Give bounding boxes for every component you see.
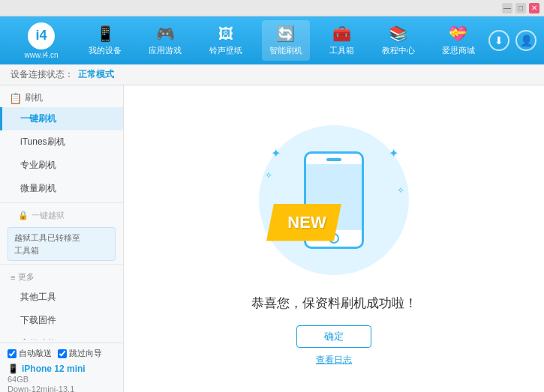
itunes-flash-label: iTunes刷机 xyxy=(20,136,65,147)
sidebar-item-pro-flash[interactable]: 专业刷机 xyxy=(0,154,123,177)
skip-guide-checkbox[interactable]: 跳过向导 xyxy=(58,348,102,359)
sidebar-item-one-click-flash[interactable]: 一键刷机 xyxy=(0,107,123,130)
tutorial-icon: 📚 xyxy=(389,25,407,43)
sidebar-item-advanced[interactable]: 高级功能 xyxy=(0,332,123,340)
sidebar-section-flash: 📋 刷机 xyxy=(0,85,123,107)
auto-send-input[interactable] xyxy=(8,349,17,358)
nav-items: 📱 我的设备 🎮 应用游戏 🖼 铃声壁纸 🔄 智能刷机 🧰 工具箱 📚 教程中心… xyxy=(75,20,488,61)
device-phone-icon: 📱 xyxy=(8,364,19,374)
nav-item-love-shop[interactable]: 💝 爱思商城 xyxy=(434,20,482,61)
status-bar: 设备连接状态： 正常模式 xyxy=(0,64,544,85)
nav-item-wallpaper[interactable]: 🖼 铃声壁纸 xyxy=(202,21,250,61)
sidebar-item-itunes-flash[interactable]: iTunes刷机 xyxy=(0,130,123,154)
lock-icon: 🔒 xyxy=(18,211,29,220)
other-tools-label: 其他工具 xyxy=(20,292,56,302)
nav-item-toolbox[interactable]: 🧰 工具箱 xyxy=(322,20,362,61)
pro-flash-label: 专业刷机 xyxy=(20,160,56,170)
toolbox-icon: 🧰 xyxy=(332,25,351,43)
device-storage: 64GB xyxy=(8,375,116,384)
main-area: 📋 刷机 一键刷机 iTunes刷机 专业刷机 微量刷机 🔒 一键越狱 xyxy=(0,85,544,392)
sidebar-item-download-firmware[interactable]: 下载固件 xyxy=(0,309,123,332)
nav-label-love-shop: 爱思商城 xyxy=(442,45,475,56)
sidebar-item-other-tools[interactable]: 其他工具 xyxy=(0,286,123,309)
status-label: 设备连接状态： xyxy=(11,68,74,81)
micro-flash-label: 微量刷机 xyxy=(20,183,56,193)
sidebar-section-more: ≡ 更多 xyxy=(0,267,123,286)
one-click-flash-label: 一键刷机 xyxy=(20,113,56,124)
sidebar-top: 📋 刷机 一键刷机 iTunes刷机 专业刷机 微量刷机 🔒 一键越狱 xyxy=(0,85,123,340)
flash-section-title: 刷机 xyxy=(25,91,43,104)
confirm-button[interactable]: 确定 xyxy=(296,325,371,348)
device-info: 📱 iPhone 12 mini 64GB Down-12mini-13,1 xyxy=(8,364,116,392)
star-left-icon: ✦ xyxy=(271,146,281,160)
logo-text: www.i4.cn xyxy=(24,51,58,59)
logo-area: i4 www.i4.cn xyxy=(8,22,75,59)
nav-label-tutorial: 教程中心 xyxy=(382,45,415,56)
star-right-icon: ✦ xyxy=(389,146,398,160)
jailbreak-info-text: 越狱工具已转移至工具箱 xyxy=(14,233,80,255)
ribbon-text: NEW xyxy=(287,213,326,232)
jailbreak-label: 一键越狱 xyxy=(32,210,65,221)
skip-guide-label[interactable]: 跳过向导 xyxy=(69,348,102,359)
nav-label-toolbox: 工具箱 xyxy=(329,45,354,56)
jailbreak-info-box: 越狱工具已转移至工具箱 xyxy=(8,227,116,261)
status-value: 正常模式 xyxy=(78,68,114,81)
download-firmware-label: 下载固件 xyxy=(20,315,56,325)
love-shop-icon: 💝 xyxy=(449,25,467,43)
top-nav: i4 www.i4.cn 📱 我的设备 🎮 应用游戏 🖼 铃声壁纸 🔄 智能刷机… xyxy=(0,16,544,64)
secondary-link[interactable]: 查看日志 xyxy=(316,354,352,367)
auto-send-checkbox[interactable]: 自动敲送 xyxy=(8,348,52,359)
content-area: ✦ ✦ ✧ ✧ NEW 恭喜您，保资料刷机成功啦！ 确定 查看日志 xyxy=(124,85,544,392)
account-button[interactable]: 👤 xyxy=(515,30,536,51)
auto-send-label[interactable]: 自动敲送 xyxy=(19,348,52,359)
sidebar-disabled-jailbreak: 🔒 一键越狱 xyxy=(0,205,123,224)
device-name-text: iPhone 12 mini xyxy=(22,364,86,374)
nav-right: ⬇ 👤 xyxy=(488,30,536,51)
logo-icon: i4 xyxy=(28,22,55,49)
apps-games-icon: 🎮 xyxy=(156,25,175,43)
nav-item-smart-shop[interactable]: 🔄 智能刷机 xyxy=(262,20,310,61)
divider-1 xyxy=(0,202,123,203)
device-name: 📱 iPhone 12 mini xyxy=(8,364,116,374)
nav-item-tutorial[interactable]: 📚 教程中心 xyxy=(374,20,422,61)
nav-label-my-device: 我的设备 xyxy=(89,45,122,56)
nav-item-apps-games[interactable]: 🎮 应用游戏 xyxy=(141,20,189,61)
close-button[interactable]: ✕ xyxy=(529,3,539,13)
maximize-button[interactable]: □ xyxy=(515,3,526,13)
sparkle1-icon: ✧ xyxy=(265,170,272,181)
minimize-button[interactable]: — xyxy=(502,3,512,13)
nav-label-wallpaper: 铃声壁纸 xyxy=(209,45,242,56)
nav-label-apps-games: 应用游戏 xyxy=(149,45,182,56)
smart-shop-icon: 🔄 xyxy=(276,25,295,43)
my-device-icon: 📱 xyxy=(96,25,115,43)
title-bar: — □ ✕ xyxy=(0,0,544,16)
more-section-title: 更多 xyxy=(18,271,35,283)
wallpaper-icon: 🖼 xyxy=(218,25,233,43)
sidebar-device-area: 自动敲送 跳过向导 📱 iPhone 12 mini 64GB Down-12m… xyxy=(0,343,123,392)
divider-2 xyxy=(0,264,123,265)
nav-label-smart-shop: 智能刷机 xyxy=(269,45,302,56)
ribbon: NEW xyxy=(266,204,341,241)
success-text: 恭喜您，保资料刷机成功啦！ xyxy=(251,295,417,312)
device-ios: Down-12mini-13,1 xyxy=(8,385,116,392)
advanced-label: 高级功能 xyxy=(20,338,56,340)
nav-item-my-device[interactable]: 📱 我的设备 xyxy=(81,20,129,61)
phone-speaker xyxy=(326,158,341,161)
sparkle2-icon: ✧ xyxy=(397,185,404,196)
hero-illustration: ✦ ✦ ✧ ✧ NEW xyxy=(251,118,416,283)
sidebar: 📋 刷机 一键刷机 iTunes刷机 专业刷机 微量刷机 🔒 一键越狱 xyxy=(0,85,124,392)
download-button[interactable]: ⬇ xyxy=(488,30,509,51)
sidebar-item-micro-flash[interactable]: 微量刷机 xyxy=(0,177,123,200)
checkbox-row: 自动敲送 跳过向导 xyxy=(8,348,116,359)
skip-guide-input[interactable] xyxy=(58,349,67,358)
more-section-icon: ≡ xyxy=(11,273,15,282)
flash-section-icon: 📋 xyxy=(9,92,22,104)
